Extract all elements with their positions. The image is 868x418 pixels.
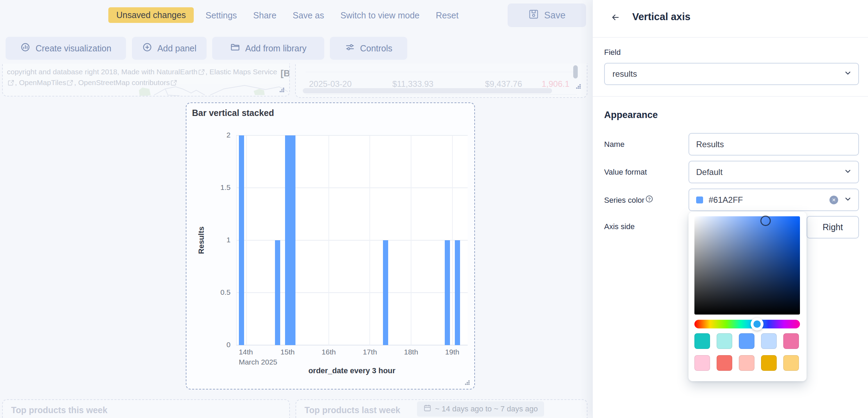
- color-swatch-61A2FF[interactable]: [739, 333, 754, 349]
- value-format-select[interactable]: Default: [688, 161, 859, 183]
- map-resize-handle[interactable]: [279, 87, 285, 95]
- field-select[interactable]: results: [604, 63, 859, 85]
- hue-slider-handle[interactable]: [751, 318, 763, 331]
- map-label-fragment: [B: [281, 68, 290, 79]
- time-range-badge[interactable]: ~ 14 days ago to ~ 7 days ago: [417, 401, 544, 417]
- menu-item-save-as[interactable]: Save as: [293, 10, 324, 20]
- color-swatch-BFDBFF[interactable]: [761, 333, 777, 349]
- color-swatch-F6726A[interactable]: [717, 355, 732, 371]
- saturation-handle[interactable]: [760, 216, 771, 226]
- color-swatch-FCD279[interactable]: [783, 355, 799, 371]
- dashboard-area: Unsaved changes SettingsShareSave asSwit…: [0, 0, 592, 418]
- y-tick-label: 2: [186, 131, 231, 139]
- help-icon[interactable]: ?: [646, 195, 653, 202]
- chart-bar[interactable]: [239, 135, 244, 345]
- y-tick-label: 0.5: [186, 288, 231, 296]
- top-menu: SettingsShareSave asSwitch to view modeR…: [206, 0, 459, 31]
- chart-title: Bar vertical stacked: [192, 108, 274, 118]
- chart-bar[interactable]: [383, 240, 388, 345]
- save-label: Save: [544, 10, 566, 21]
- field-value: results: [612, 69, 637, 79]
- axis-side-right-button[interactable]: Right: [807, 216, 859, 239]
- color-swatch-FFC0B8[interactable]: [739, 355, 754, 371]
- x-tick-label: 14thMarch 2025: [239, 348, 277, 366]
- chevron-down-icon: [844, 195, 852, 205]
- x-gridline: [369, 135, 370, 345]
- color-swatch-A6EDEA[interactable]: [717, 333, 732, 349]
- chart-resize-handle[interactable]: [465, 380, 471, 387]
- panel-title: Top products this week: [11, 405, 107, 415]
- add-from-library-button[interactable]: Add from library: [212, 37, 324, 60]
- chart-bar[interactable]: [275, 240, 280, 345]
- chart-bar[interactable]: [290, 135, 295, 345]
- unsaved-changes-badge: Unsaved changes: [108, 7, 194, 23]
- chart-plot: [236, 135, 468, 345]
- attribution-link[interactable]: Elastic Maps Service: [209, 68, 277, 76]
- top-products-this-week-panel[interactable]: Top products this week: [2, 399, 290, 418]
- attribution-link[interactable]: OpenMapTiles: [19, 78, 66, 86]
- map-panel[interactable]: copyright and database right 2018, Made …: [2, 64, 290, 97]
- color-swatch-grid: [694, 333, 800, 371]
- color-swatch-EE72A6[interactable]: [783, 333, 799, 349]
- series-color-swatch: [696, 197, 703, 203]
- flyout-title: Vertical axis: [632, 11, 691, 23]
- menu-item-switch-to-view-mode[interactable]: Switch to view mode: [340, 10, 419, 20]
- back-button[interactable]: [607, 10, 623, 26]
- color-swatch-16C5C0[interactable]: [694, 333, 710, 349]
- clear-color-icon[interactable]: ✕: [829, 195, 838, 204]
- x-tick-label: 15th: [281, 348, 295, 356]
- add-panel-button[interactable]: Add panel: [132, 37, 207, 60]
- table-panel[interactable]: 2025-03-20 $11,333.93 $9,437.76 1,906.1: [295, 64, 587, 98]
- chart-bar[interactable]: [285, 135, 290, 345]
- hue-slider[interactable]: [694, 320, 800, 328]
- menu-item-settings[interactable]: Settings: [206, 10, 237, 20]
- menu-item-share[interactable]: Share: [253, 10, 276, 20]
- color-swatch-EAAE01[interactable]: [761, 355, 777, 371]
- folder-icon: [230, 42, 240, 55]
- table-resize-handle[interactable]: [576, 84, 582, 91]
- create-visualization-button[interactable]: Create visualization: [6, 37, 126, 60]
- x-axis-title: order_date every 3 hour: [236, 366, 468, 375]
- save-button[interactable]: Save: [508, 3, 586, 27]
- y-gridline: [236, 135, 468, 136]
- attribution-link[interactable]: OpenStreetMap contributors: [78, 78, 170, 86]
- external-link-icon: [7, 78, 15, 86]
- y-gridline: [236, 187, 468, 188]
- external-link-icon: [170, 78, 178, 86]
- top-products-last-week-panel[interactable]: Top products last week ~ 14 days ago to …: [295, 399, 587, 418]
- chart-bar[interactable]: [445, 240, 450, 345]
- series-color-value: #61A2FF: [709, 195, 743, 205]
- bar-chart-panel[interactable]: Bar vertical stacked Results 00.511.52 1…: [186, 102, 475, 390]
- external-link-icon: [198, 68, 206, 76]
- controls-button[interactable]: Controls: [330, 37, 407, 60]
- arrow-left-icon: [610, 12, 620, 24]
- chevron-down-icon: [844, 69, 852, 79]
- y-gridline: [236, 292, 468, 293]
- series-color-input[interactable]: #61A2FF ✕: [688, 189, 859, 211]
- attribution-text: ,: [206, 68, 210, 76]
- table-horizontal-scrollbar[interactable]: [303, 88, 552, 93]
- color-swatch-FFC7DB[interactable]: [694, 355, 710, 371]
- table-gridline: [306, 72, 577, 72]
- saturation-box[interactable]: [694, 216, 800, 315]
- x-gridline: [246, 135, 247, 345]
- name-value: Results: [696, 140, 724, 149]
- sliders-icon: [345, 42, 355, 55]
- controls-label: Controls: [360, 43, 392, 53]
- name-input[interactable]: Results: [688, 133, 859, 156]
- chart-bar[interactable]: [455, 240, 460, 345]
- x-tick-label: 18th: [404, 348, 418, 356]
- series-color-label: Series color?: [604, 195, 653, 205]
- x-tick-label: 17th: [363, 348, 377, 356]
- divider: [593, 37, 868, 37]
- table-cell-amount2: $9,437.76: [485, 79, 522, 89]
- x-gridline: [236, 135, 237, 345]
- y-tick-label: 1: [186, 236, 231, 244]
- table-cell-date: 2025-03-20: [309, 79, 352, 89]
- table-vertical-scrollbar[interactable]: [573, 65, 578, 78]
- attribution-link[interactable]: NaturalEarth: [157, 68, 198, 76]
- menu-item-reset[interactable]: Reset: [436, 10, 458, 20]
- panel-title: Top products last week: [304, 405, 400, 415]
- plus-circle-icon: [142, 42, 152, 55]
- x-gridline: [328, 135, 329, 345]
